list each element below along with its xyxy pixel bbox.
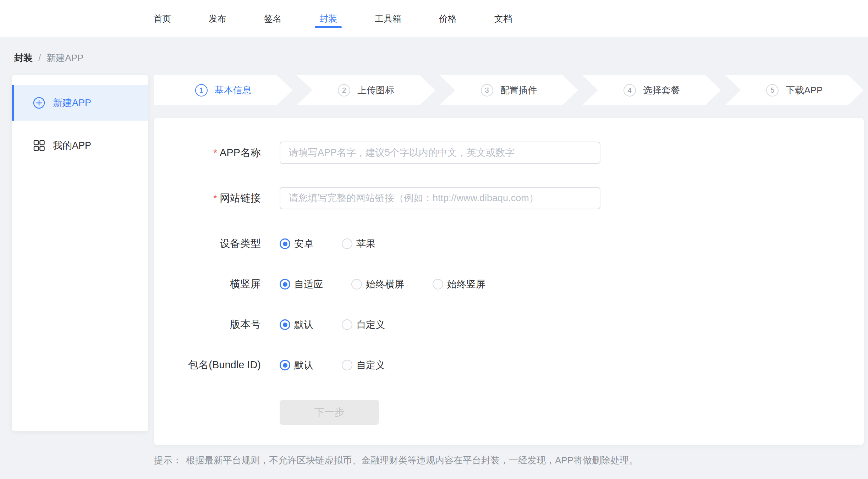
top-nav: 首页 发布 签名 封装 工具箱 价格 文档 xyxy=(153,0,868,37)
radio-dot xyxy=(280,360,290,370)
radio-dot xyxy=(342,238,352,249)
nav-item-docs[interactable]: 文档 xyxy=(494,0,512,37)
step-download-app: 5 下载APP xyxy=(725,75,864,105)
page: 首页 发布 签名 封装 工具箱 价格 文档 封装 / 新建APP 新建APP xyxy=(0,0,868,479)
active-item-indicator-bar xyxy=(12,85,14,121)
sidebar-item-new-app[interactable]: 新建APP xyxy=(12,85,148,121)
radio-version-custom-label: 自定义 xyxy=(356,318,385,331)
bundle-id-row: 包名(Bundle ID) 默认 自定义 xyxy=(154,359,864,371)
radio-bundle-custom-label: 自定义 xyxy=(356,359,385,371)
radio-always-portrait-label: 始终竖屏 xyxy=(447,278,485,291)
radio-always-landscape[interactable]: 始终横屏 xyxy=(351,278,404,291)
radio-adaptive-label: 自适应 xyxy=(294,278,323,291)
sidebar-item-my-app-label: 我的APP xyxy=(53,139,91,152)
nav-item-package[interactable]: 封装 xyxy=(319,0,337,37)
plus-circle-icon xyxy=(33,97,45,109)
site-url-label: *网站链接 xyxy=(154,191,261,205)
breadcrumb-current: 新建APP xyxy=(46,52,83,64)
nav-item-home[interactable]: 首页 xyxy=(153,0,171,37)
step-3-label: 配置插件 xyxy=(500,84,537,97)
radio-version-default-label: 默认 xyxy=(294,318,313,331)
next-step-button[interactable]: 下一步 xyxy=(280,400,379,425)
radio-adaptive[interactable]: 自适应 xyxy=(280,278,323,291)
radio-dot xyxy=(280,238,290,249)
step-upload-icon: 2 上传图标 xyxy=(297,75,435,105)
radio-bundle-default-label: 默认 xyxy=(294,359,313,371)
steps-bar: 1 基本信息 2 上传图标 3 配置插件 4 选择套餐 5 下载APP xyxy=(154,75,864,105)
nav-item-price[interactable]: 价格 xyxy=(439,0,457,37)
grid-icon xyxy=(33,139,45,152)
required-asterisk: * xyxy=(213,147,217,158)
radio-dot xyxy=(342,319,352,330)
step-basic-info: 1 基本信息 xyxy=(154,75,292,105)
breadcrumb: 封装 / 新建APP xyxy=(14,52,83,64)
device-type-row: 设备类型 安卓 苹果 xyxy=(154,238,864,250)
radio-dot xyxy=(433,279,443,290)
bundle-id-radio-group: 默认 自定义 xyxy=(280,359,385,371)
version-radio-group: 默认 自定义 xyxy=(280,318,385,331)
radio-dot xyxy=(342,360,352,370)
radio-dot xyxy=(280,279,290,290)
top-nav-bar: 首页 发布 签名 封装 工具箱 价格 文档 xyxy=(0,0,868,37)
device-type-radio-group: 安卓 苹果 xyxy=(280,237,375,250)
step-configure-plugin: 3 配置插件 xyxy=(440,75,578,105)
version-row: 版本号 默认 自定义 xyxy=(154,319,864,331)
step-1-number-circle: 1 xyxy=(195,84,208,97)
radio-android[interactable]: 安卓 xyxy=(280,237,313,250)
radio-version-default[interactable]: 默认 xyxy=(280,318,313,331)
tip-text: 提示：根据最新平台规则，不允许区块链虚拟币、金融理财类等违规内容在平台封装，一经… xyxy=(154,454,638,467)
orientation-row: 横竖屏 自适应 始终横屏 始终竖屏 xyxy=(154,278,864,290)
sidebar: 新建APP 我的APP xyxy=(12,75,148,431)
radio-bundle-default[interactable]: 默认 xyxy=(280,359,313,371)
orientation-label: 横竖屏 xyxy=(154,277,261,291)
radio-apple[interactable]: 苹果 xyxy=(342,237,375,250)
step-select-plan: 4 选择套餐 xyxy=(582,75,721,105)
radio-always-landscape-label: 始终横屏 xyxy=(366,278,404,291)
sidebar-item-new-app-label: 新建APP xyxy=(53,97,91,109)
step-3-number-circle: 3 xyxy=(481,84,493,97)
step-2-label: 上传图标 xyxy=(357,84,394,97)
sidebar-item-my-app[interactable]: 我的APP xyxy=(12,128,148,163)
radio-dot xyxy=(280,319,290,330)
site-url-input[interactable] xyxy=(280,187,600,209)
app-name-row: *APP名称 xyxy=(154,142,864,164)
step-4-number-circle: 4 xyxy=(623,84,636,97)
step-5-label: 下载APP xyxy=(786,84,823,97)
radio-android-label: 安卓 xyxy=(294,237,313,250)
step-2-number-circle: 2 xyxy=(338,84,350,97)
radio-dot xyxy=(351,279,362,290)
nav-item-toolbox[interactable]: 工具箱 xyxy=(375,0,401,37)
radio-apple-label: 苹果 xyxy=(356,237,375,250)
radio-bundle-custom[interactable]: 自定义 xyxy=(342,359,385,371)
nav-item-package-label: 封装 xyxy=(319,13,337,23)
tip-body: 根据最新平台规则，不允许区块链虚拟币、金融理财类等违规内容在平台封装，一经发现，… xyxy=(186,455,638,466)
app-name-label: *APP名称 xyxy=(154,146,261,160)
form-card: *APP名称 *网站链接 设备类型 安卓 苹果 xyxy=(154,118,864,445)
step-5-number-circle: 5 xyxy=(766,84,779,97)
site-url-row: *网站链接 xyxy=(154,187,864,209)
app-name-input[interactable] xyxy=(280,142,600,164)
breadcrumb-separator: / xyxy=(38,53,41,64)
radio-version-custom[interactable]: 自定义 xyxy=(342,318,385,331)
breadcrumb-section-link[interactable]: 封装 xyxy=(14,52,33,64)
nav-item-sign[interactable]: 签名 xyxy=(264,0,282,37)
nav-item-publish[interactable]: 发布 xyxy=(209,0,226,37)
tip-prefix: 提示： xyxy=(154,455,182,466)
device-type-label: 设备类型 xyxy=(154,237,261,251)
active-tab-underline xyxy=(315,26,342,28)
version-label: 版本号 xyxy=(154,318,261,332)
bundle-id-label: 包名(Bundle ID) xyxy=(154,358,261,372)
required-asterisk: * xyxy=(213,193,217,204)
orientation-radio-group: 自适应 始终横屏 始终竖屏 xyxy=(280,278,485,291)
step-4-label: 选择套餐 xyxy=(643,84,680,97)
radio-always-portrait[interactable]: 始终竖屏 xyxy=(433,278,485,291)
step-1-label: 基本信息 xyxy=(215,84,252,97)
